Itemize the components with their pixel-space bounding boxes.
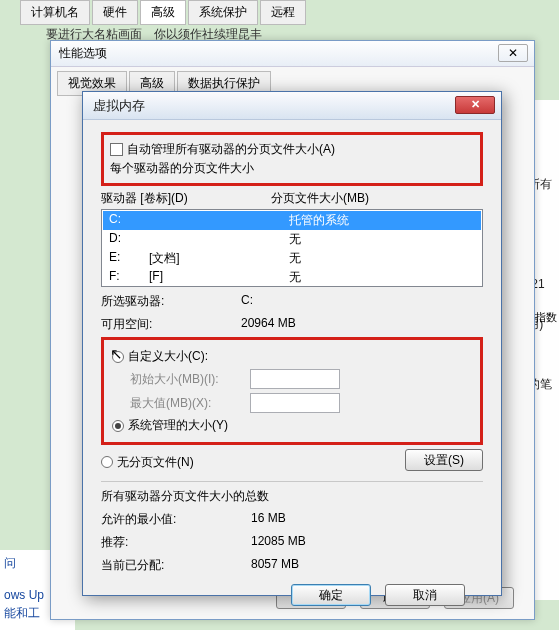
drive-row-c[interactable]: C:托管的系统 [103, 211, 481, 230]
tab-computer-name[interactable]: 计算机名 [20, 0, 90, 25]
drive-row-e[interactable]: E:[文档]无 [103, 249, 481, 268]
hdr-size: 分页文件大小(MB) [271, 190, 483, 207]
set-button[interactable]: 设置(S) [405, 449, 483, 471]
tab-hardware[interactable]: 硬件 [92, 0, 138, 25]
no-paging-file-label: 无分页文件(N) [117, 454, 194, 471]
vm-title: 虚拟内存 [83, 92, 501, 120]
performance-options-titlebar: 性能选项 ✕ [51, 41, 534, 67]
max-size-input[interactable] [250, 393, 340, 413]
initial-size-label: 初始大小(MB)(I): [130, 371, 250, 388]
tab-system-protection[interactable]: 系统保护 [188, 0, 258, 25]
tab-advanced[interactable]: 高级 [140, 0, 186, 25]
vm-footer: 确定 取消 [101, 574, 483, 606]
vm-cancel-button[interactable]: 取消 [385, 584, 465, 606]
drive-row-d[interactable]: D:无 [103, 230, 481, 249]
currently-allocated-row: 当前已分配:8057 MB [101, 557, 483, 574]
vm-titlebar: 虚拟内存 ✕ [83, 92, 501, 120]
virtual-memory-dialog: 虚拟内存 ✕ 自动管理所有驱动器的分页文件大小(A) 每个驱动器的分页文件大小 … [82, 91, 502, 596]
auto-manage-label: 自动管理所有驱动器的分页文件大小(A) [127, 141, 335, 158]
vm-close-button[interactable]: ✕ [455, 96, 495, 114]
selected-drive-row: 所选驱动器: C: [101, 293, 483, 310]
hdr-drive: 驱动器 [卷标](D) [101, 190, 271, 207]
divider [101, 481, 483, 482]
system-managed-label: 系统管理的大小(Y) [128, 417, 228, 434]
auto-manage-checkbox[interactable] [110, 143, 123, 156]
totals-header: 所有驱动器分页文件大小的总数 [101, 488, 483, 505]
each-drive-label: 每个驱动器的分页文件大小 [110, 160, 472, 177]
drive-list-headers: 驱动器 [卷标](D) 分页文件大小(MB) [101, 190, 483, 207]
custom-size-block: ↖ 自定义大小(C): 初始大小(MB)(I): 最大值(MB)(X): 系统管… [101, 337, 483, 445]
performance-options-close-button[interactable]: ✕ [498, 44, 528, 62]
system-properties-tabs: 计算机名 硬件 高级 系统保护 远程 [20, 0, 306, 25]
available-space-row: 可用空间: 20964 MB [101, 316, 483, 333]
recommended-row: 推荐:12085 MB [101, 534, 483, 551]
system-managed-radio[interactable] [112, 420, 124, 432]
custom-size-label: 自定义大小(C): [128, 348, 208, 365]
vm-ok-button[interactable]: 确定 [291, 584, 371, 606]
drive-listbox[interactable]: C:托管的系统 D:无 E:[文档]无 F:[F]无 G:无 [101, 209, 483, 287]
tab-remote[interactable]: 远程 [260, 0, 306, 25]
drive-row-f[interactable]: F:[F]无 [103, 268, 481, 287]
no-paging-file-radio[interactable] [101, 456, 113, 468]
max-size-label: 最大值(MB)(X): [130, 395, 250, 412]
custom-size-radio[interactable] [112, 351, 124, 363]
initial-size-input[interactable] [250, 369, 340, 389]
performance-options-title: 性能选项 [59, 46, 107, 60]
min-allowed-row: 允许的最小值:16 MB [101, 511, 483, 528]
auto-manage-block: 自动管理所有驱动器的分页文件大小(A) 每个驱动器的分页文件大小 [101, 132, 483, 186]
